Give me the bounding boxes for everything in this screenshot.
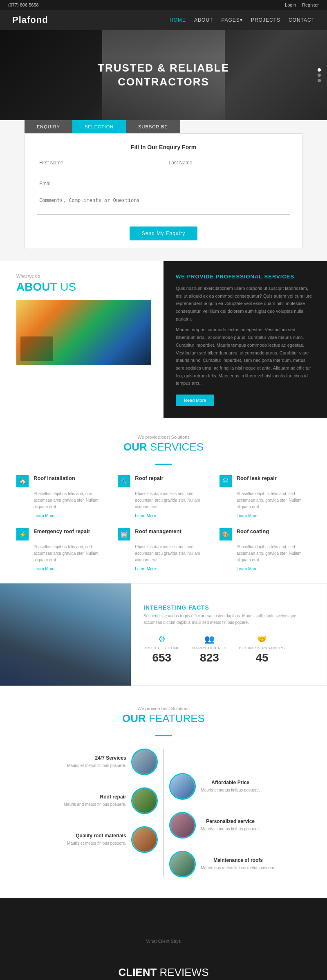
feature-circle-price	[169, 773, 196, 800]
feature-desc-price: Mauris et metus finibus posuere.	[201, 787, 260, 793]
service-header: 🔧 Roof repair	[118, 475, 209, 487]
about-para2: Mauris tempus commodo lectus ac egestas.…	[176, 326, 315, 387]
features-title-underline	[155, 735, 172, 736]
about-services-title: WE PROVIDE PROFESSIONAL SERVICES	[176, 274, 315, 280]
facts-image	[0, 583, 131, 686]
projects-label: PROJECTS DONE	[143, 646, 180, 650]
facts-img-inner	[0, 583, 131, 686]
services-title: OUR SERVICES	[16, 441, 311, 453]
nav-contact[interactable]: CONTACT	[289, 17, 315, 23]
fact-clients: 👥 HAPPY CLIENTS 823	[193, 634, 227, 664]
projects-number: 653	[143, 651, 180, 664]
service-learn-more[interactable]: Learn More	[16, 514, 108, 518]
tab-selection[interactable]: SELECTION	[72, 120, 126, 133]
projects-icon: ⚙	[143, 634, 180, 644]
service-header: 🏢 Roof management	[118, 528, 209, 540]
nav-menu: HOME ABOUT PAGES▾ PROJECTS CONTACT	[170, 17, 315, 23]
feature-text-personalized: Personalized service Mauris et metus fin…	[201, 819, 260, 832]
feature-text-materials: Quality roof materials Mauris et metus f…	[67, 833, 126, 846]
feature-text-price: Affordable Price Mauris et metus finibus…	[201, 780, 260, 793]
register-link[interactable]: Register	[302, 2, 319, 7]
about-right: WE PROVIDE PROFESSIONAL SERVICES Quis no…	[164, 261, 327, 418]
feature-roof-repair: Roof repair Mauris and metus finibus pos…	[64, 787, 158, 814]
facts-box: INTERESTING FACTS Suspendisse varius tur…	[131, 583, 327, 686]
tab-subscribe[interactable]: SUBSCRIBE	[126, 120, 180, 133]
nav-home[interactable]: HOME	[170, 17, 186, 23]
dot-1[interactable]	[318, 68, 321, 72]
service-learn-more[interactable]: Learn More	[118, 567, 209, 571]
features-section: We provide best Solutions OUR FEATURES 2…	[0, 686, 327, 898]
fact-projects: ⚙ PROJECTS DONE 653	[143, 634, 180, 664]
service-header: 🏛 Roof leak repair	[219, 475, 311, 487]
read-more-button[interactable]: Read More	[176, 395, 214, 406]
facts-numbers: ⚙ PROJECTS DONE 653 👥 HAPPY CLIENTS 823 …	[143, 634, 314, 664]
hero-text: TRUSTED & RELIABLE CONTRACTORS	[98, 61, 229, 89]
service-item-roof-coating: 🎨 Roof coating Phasellus dapibus felis a…	[219, 528, 311, 571]
submit-enquiry-button[interactable]: Send My Enquiry	[130, 226, 197, 240]
enquiry-section: ENQUIRY SELECTION SUBSCRIBE Fill In Our …	[0, 120, 327, 261]
facts-title: INTERESTING FACTS	[143, 604, 314, 611]
feature-title-personalized: Personalized service	[201, 819, 260, 824]
nav-about[interactable]: ABOUT	[194, 17, 213, 23]
first-name-input[interactable]	[37, 157, 161, 169]
email-input[interactable]	[37, 177, 290, 190]
roof-installation-icon: 🏠	[16, 475, 29, 487]
feature-title-materials: Quality roof materials	[67, 833, 126, 839]
service-item-roof-management: 🏢 Roof management Phasellus dapibus feli…	[118, 528, 209, 571]
feature-circle-247	[131, 749, 158, 775]
partners-number: 45	[239, 651, 285, 664]
login-link[interactable]: Login	[285, 2, 296, 7]
features-title: OUR FEATURES	[16, 712, 311, 725]
service-header: 🎨 Roof coating	[219, 528, 311, 540]
timeline-line	[163, 749, 164, 877]
service-item-roof-installation: 🏠 Roof installation Phasellus dapibus fe…	[16, 475, 108, 518]
tab-enquiry[interactable]: ENQUIRY	[25, 120, 72, 133]
service-learn-more[interactable]: Learn More	[219, 514, 311, 518]
about-left: What we do ABOUT US	[0, 261, 164, 418]
features-subtitle: We provide best Solutions	[16, 706, 311, 711]
service-learn-more[interactable]: Learn More	[118, 514, 209, 518]
service-desc: Phasellus dapibus felis and, non accumsa…	[16, 491, 108, 510]
roof-management-icon: 🏢	[118, 528, 130, 540]
services-subtitle: We provide best Solutions	[16, 435, 311, 440]
partners-label: BUSINESS PARTNERS	[239, 646, 285, 650]
partners-icon: 🤝	[239, 634, 285, 644]
feature-img-repair	[132, 789, 157, 813]
dot-2[interactable]	[318, 74, 321, 77]
about-title: ABOUT US	[16, 280, 151, 294]
fact-partners: 🤝 BUSINESS PARTNERS 45	[239, 634, 285, 664]
service-desc: Phasellus dapibus felis and, sed accumsa…	[219, 491, 311, 510]
service-desc: Phasellus dapibus felis and, sed accumsa…	[118, 491, 209, 510]
dot-3[interactable]	[318, 79, 321, 82]
feature-circle-maintenance	[169, 851, 196, 877]
site-logo[interactable]: Plafond	[12, 15, 48, 25]
feature-img-247	[132, 750, 157, 774]
feature-circle-repair	[131, 787, 158, 814]
feature-title-repair: Roof repair	[64, 794, 126, 800]
nav-projects[interactable]: PROJECTS	[251, 17, 280, 23]
features-timeline: 24/7 Services Mauris et metus finibus po…	[16, 749, 311, 877]
enquiry-form-box: Fill In Our Enquiry Form Send My Enquiry	[25, 133, 302, 249]
last-name-input[interactable]	[167, 157, 290, 169]
feature-maintenance: Maintenance of roofs Mauris eos metus fi…	[169, 851, 275, 877]
service-title: Roof installation	[34, 475, 75, 481]
service-learn-more[interactable]: Learn More	[219, 567, 311, 571]
main-nav: Plafond HOME ABOUT PAGES▾ PROJECTS CONTA…	[0, 10, 327, 30]
nav-pages[interactable]: PAGES▾	[221, 17, 242, 23]
feature-img-personalized	[170, 813, 195, 837]
feature-affordable-price: Affordable Price Mauris et metus finibus…	[169, 773, 260, 800]
about-section: What we do ABOUT US WE PROVIDE PROFESSIO…	[0, 261, 327, 418]
clients-label: HAPPY CLIENTS	[193, 646, 227, 650]
roof-coating-icon: 🎨	[219, 528, 232, 540]
feature-desc-247: Mauris et metus finibus posuere.	[67, 762, 126, 769]
feature-247-services: 24/7 Services Mauris et metus finibus po…	[67, 749, 158, 775]
service-learn-more[interactable]: Learn More	[16, 567, 108, 571]
enquiry-form-title: Fill In Our Enquiry Form	[37, 144, 290, 150]
service-item-emergency-repair: ⚡ Emergency roof repair Phasellus dapibu…	[16, 528, 108, 571]
service-header: 🏠 Roof installation	[16, 475, 108, 487]
service-item-roof-leak-repair: 🏛 Roof leak repair Phasellus dapibus fel…	[219, 475, 311, 518]
services-section: We provide best Solutions OUR SERVICES 🏠…	[0, 418, 327, 583]
phone-number: (077) 806 5658	[8, 2, 39, 7]
comments-input[interactable]	[37, 194, 290, 215]
services-title-underline	[155, 464, 172, 465]
